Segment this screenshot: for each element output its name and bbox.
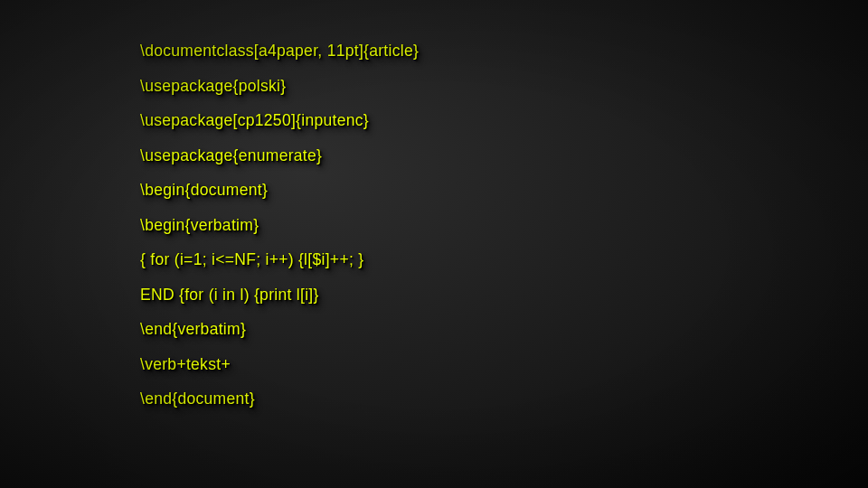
code-line: \usepackage{polski}: [140, 79, 868, 95]
code-line: END {for (i in l) {print l[i]}: [140, 287, 868, 304]
code-line: \documentclass[a4paper, 11pt]{article}: [140, 43, 868, 60]
code-line: { for (i=1; i<=NF; i++) {l[$i]++; }: [140, 252, 868, 268]
code-line: \end{verbatim}: [140, 322, 868, 338]
code-line: \usepackage{enumerate}: [140, 148, 868, 164]
slide: \documentclass[a4paper, 11pt]{article} \…: [0, 0, 868, 488]
code-line: \begin{document}: [140, 183, 868, 199]
code-line: \verb+tekst+: [140, 357, 868, 373]
code-line: \usepackage[cp1250]{inputenc}: [140, 113, 868, 129]
code-line: \end{document}: [140, 391, 868, 408]
code-line: \begin{verbatim}: [140, 218, 868, 234]
vignette-overlay: [0, 0, 868, 488]
